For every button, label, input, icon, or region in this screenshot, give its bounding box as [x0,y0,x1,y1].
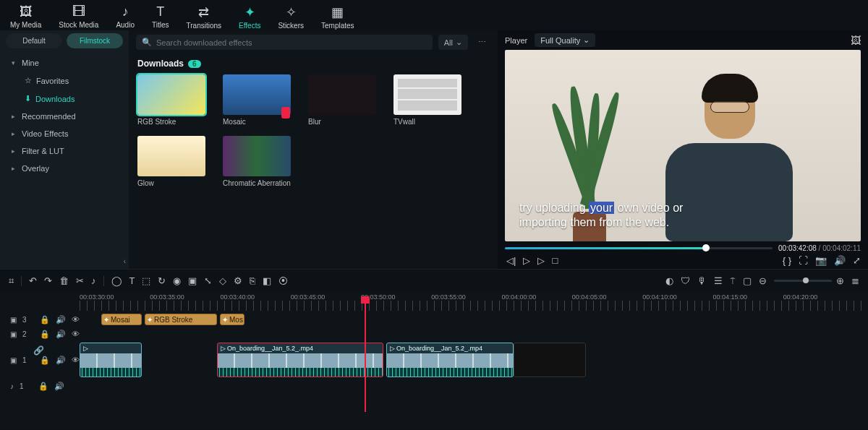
fx-clip[interactable]: ✦RGB Stroke [145,314,217,325]
snapshot-button[interactable]: 📷 [815,255,827,266]
mute-icon[interactable]: 🔊 [56,315,66,324]
lock-icon[interactable]: 🔒 [38,382,48,391]
toolbar-icon[interactable]: ◯ [111,275,122,286]
mute-icon[interactable]: 🔊 [56,330,66,339]
subtab-default[interactable]: Default [6,33,62,48]
markers-button[interactable]: { } [783,255,791,266]
tab-stock-media[interactable]: 🎞Stock Media [54,3,103,30]
subtab-filmstock[interactable]: Filmstock [67,33,123,48]
sidebar-item-favorites[interactable]: ☆Favorites [0,72,129,90]
lock-icon[interactable]: 🔒 [40,315,50,324]
video-clip[interactable]: ▷On_boarding__Jan_5.2_.mp4 [386,343,514,377]
toolbar-icon[interactable]: ♪ [91,275,96,286]
ruler-ticks[interactable] [80,301,868,311]
toolbar-icon[interactable]: ↶ [29,275,37,286]
toolbar-icon[interactable]: ▣ [188,275,197,286]
visibility-icon[interactable]: 👁 [72,315,80,324]
sidebar-item-downloads[interactable]: ⬇Downloads [0,90,129,108]
tab-audio[interactable]: ♪Audio [111,3,139,30]
play-button[interactable]: ▷ [523,255,530,266]
volume-button[interactable]: 🔊 [834,255,846,266]
count-badge: 6 [188,60,201,68]
toolbar-icon[interactable]: ▢ [743,275,752,286]
toolbar-icon[interactable]: ◧ [263,275,271,286]
collapse-sidebar[interactable]: ‹ [0,257,129,269]
subtabs: DefaultFilmstock [0,30,129,51]
toolbar-icon[interactable]: ⍑ [730,275,736,286]
zoom-in-button[interactable]: ⊕ [836,275,844,286]
sidebar-item-video-effects[interactable]: ▸Video Effects [0,125,129,142]
effect-thumb-glow[interactable]: Glow [137,136,205,187]
toolbar-icon[interactable]: ⎘ [250,275,255,286]
more-menu[interactable]: ⋯ [474,35,490,50]
search-input-wrap[interactable]: 🔍 [136,35,433,50]
toolbar-icon[interactable]: 🛡 [681,275,690,286]
effect-thumb-tvwall[interactable]: TVwall [393,74,461,126]
sidebar-item-recommended[interactable]: ▸Recommended [0,108,129,125]
effect-thumb-blur[interactable]: Blur [308,74,376,126]
lock-icon[interactable]: 🔒 [40,356,50,365]
toolbar-icon[interactable]: ◐ [665,275,673,286]
tab-stickers[interactable]: ✧Stickers [273,3,308,31]
visibility-icon[interactable]: 👁 [72,330,80,338]
toolbar-icon[interactable]: ↻ [158,275,166,286]
tab-titles[interactable]: TTitles [148,3,174,30]
toolbar-icon[interactable]: ☰ [714,275,723,286]
tab-my-media[interactable]: 🖼My Media [6,3,46,30]
effect-thumb-mosaic[interactable]: Mosaic [223,74,291,126]
visibility-icon[interactable]: 👁 [72,356,80,364]
effect-thumb-chromatic-aberration[interactable]: Chromatic Aberration [223,136,291,187]
toolbar-icon[interactable]: 🎙 [697,275,707,286]
snapshot-compare-icon[interactable]: 🖼 [851,35,861,46]
preview-window[interactable]: try uploading your own video or importin… [505,50,861,241]
mute-icon[interactable]: 🔊 [54,382,64,391]
video-clip[interactable]: ▷ [80,343,142,377]
toolbar-icon[interactable]: 🗑 [59,275,69,286]
view-list-button[interactable]: ≣ [851,275,859,286]
fullscreen-button[interactable]: ⤢ [853,255,861,266]
play-alt-button[interactable]: ▷ [537,255,545,266]
zoom-slider[interactable] [774,280,832,282]
tab-transitions[interactable]: ⇄Transitions [182,3,226,31]
lock-icon[interactable]: 🔒 [40,330,50,339]
sidebar-item-mine[interactable]: ▾Mine [0,54,129,72]
toolbar-icon[interactable]: ⊖ [759,275,767,286]
tab-label: Templates [321,22,354,30]
seek-thumb[interactable] [702,244,710,251]
fx-clip[interactable]: ✦Mosai [101,314,142,325]
aspect-button[interactable]: ⛶ [799,255,808,266]
fx-clip[interactable]: ✦Mos [220,314,244,325]
toolbar-icon[interactable]: ⬚ [142,275,150,286]
toolbar-icon[interactable]: T [129,275,135,286]
toolbar-icon[interactable]: ◇ [219,275,226,286]
prev-frame-button[interactable]: ◁| [506,255,516,266]
toolbar-icon[interactable]: ⤡ [204,275,212,286]
video-clip[interactable] [514,343,586,377]
toolbar-icon[interactable]: ⌗ [9,275,14,287]
mute-icon[interactable]: 🔊 [56,356,66,365]
playhead-keyframe[interactable] [281,107,290,119]
video-clip[interactable]: ▷On_boarding__Jan_5.2_.mp4 [217,343,383,377]
tab-effects[interactable]: ✦Effects [234,3,265,31]
toolbar-icon[interactable]: ◉ [173,275,181,286]
sidebar-item-overlay[interactable]: ▸Overlay [0,160,129,177]
tab-icon: ⇄ [198,4,209,20]
filter-dropdown[interactable]: All ⌄ [438,35,468,50]
sidebar-item-filter-lut[interactable]: ▸Filter & LUT [0,142,129,160]
search-icon: 🔍 [142,38,152,47]
seek-bar[interactable] [505,247,773,249]
link-icon[interactable]: 🔗 [33,345,44,356]
toolbar-icon[interactable]: ⚙ [234,275,242,286]
toolbar-icon[interactable]: ✂ [76,275,84,286]
tab-templates[interactable]: ▦Templates [317,3,359,31]
toolbar-icon[interactable]: ↷ [44,275,52,286]
stop-button[interactable]: □ [552,255,558,266]
toolbar-icon[interactable]: ⦿ [278,275,288,286]
tree: ▾Mine☆Favorites⬇Downloads▸Recommended▸Vi… [0,51,129,257]
time-ruler[interactable]: 00:03:30:0000:03:35:0000:03:40:0000:03:4… [0,292,868,301]
search-input[interactable] [156,38,427,47]
quality-dropdown[interactable]: Full Quality ⌄ [535,33,595,47]
effect-thumb-rgb-stroke[interactable]: RGB Stroke [137,74,205,126]
playhead[interactable] [365,301,366,412]
chevron-down-icon: ⌄ [583,35,590,45]
